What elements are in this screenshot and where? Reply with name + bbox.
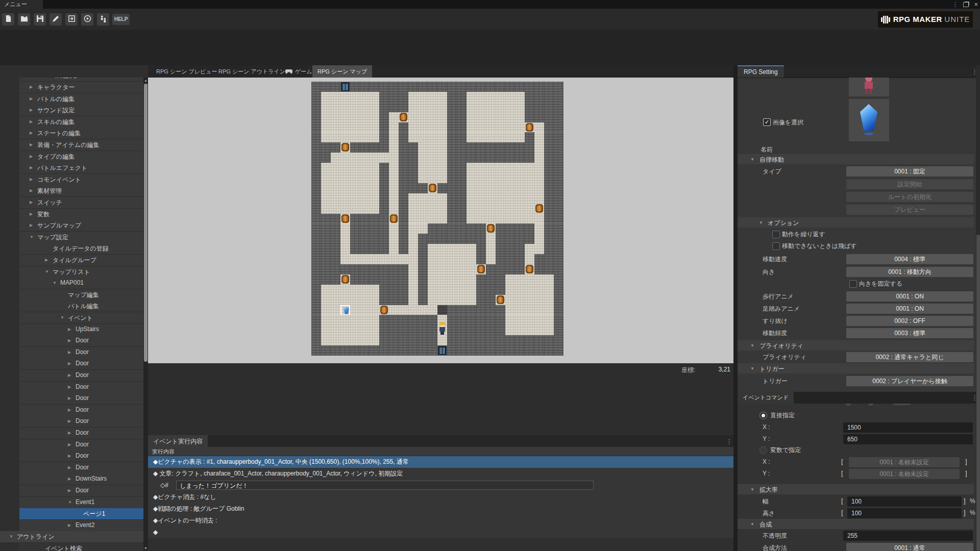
door-event[interactable]	[438, 346, 447, 355]
map-viewport[interactable]	[148, 78, 733, 363]
barrel-object[interactable]	[341, 214, 349, 223]
collapse-arrow-icon[interactable]: ▼	[45, 269, 49, 274]
tab-rpg-setting[interactable]: RPG Setting	[738, 65, 784, 78]
tree-item-コモンイベント[interactable]: ▶コモンイベント	[19, 174, 143, 186]
expand-arrow-icon[interactable]: ▶	[30, 200, 33, 205]
section-オプション[interactable]: ▼オプション	[738, 217, 974, 228]
expand-arrow-icon[interactable]: ▶	[68, 419, 71, 423]
expand-arrow-icon[interactable]: ▶	[68, 523, 71, 528]
collapse-arrow-icon[interactable]: ▼	[53, 281, 57, 285]
dropdown-プライオリティ[interactable]: 0002 : 通常キャラと同じ	[846, 352, 973, 362]
expand-arrow-icon[interactable]: ▶	[30, 223, 33, 228]
tree-item-環境設定[interactable]: 環境設定	[19, 78, 143, 82]
collapse-arrow-icon[interactable]: ▼	[750, 522, 754, 527]
tree-item-タイルデータの登録[interactable]: タイルデータの登録	[19, 243, 143, 255]
tree-item-イベント[interactable]: ▼イベント	[19, 312, 143, 324]
tree-item-変数[interactable]: ▶変数	[19, 209, 143, 220]
expand-arrow-icon[interactable]: ▶	[68, 431, 71, 435]
tree-item-DownStairs[interactable]: ▶DownStairs	[19, 473, 143, 485]
expand-arrow-icon[interactable]: ▶	[68, 350, 71, 355]
section-合成[interactable]: ▼合成	[738, 519, 974, 529]
tab-game[interactable]: ゲーム	[280, 65, 317, 78]
crystal-event[interactable]	[344, 307, 349, 314]
tab-scene-map[interactable]: RPG シーン マップ	[312, 65, 372, 78]
expand-arrow-icon[interactable]: ▶	[68, 465, 71, 470]
expand-arrow-icon[interactable]: ▶	[30, 177, 33, 182]
tree-item-UpStairs[interactable]: ▶UpStairs	[19, 324, 143, 336]
expand-arrow-icon[interactable]: ▶	[68, 338, 71, 343]
dropdown-移動頻度[interactable]: 0003 : 標準	[846, 328, 973, 338]
menu-tab[interactable]: メニュー	[0, 0, 43, 9]
event-command-row[interactable]: ◇#しまった！ゴブリンだ！	[148, 480, 733, 492]
dropdown-タイプ[interactable]: 0001 : 固定	[846, 166, 973, 177]
tree-item-Door[interactable]: ▶Door	[19, 370, 143, 382]
select-image-checkbox[interactable]: ✓	[763, 118, 771, 126]
barrel-object[interactable]	[535, 204, 543, 213]
collapse-arrow-icon[interactable]: ▼	[750, 487, 754, 492]
tree-item-イベント検索[interactable]: イベント検索	[19, 543, 143, 551]
expand-arrow-icon[interactable]: ▶	[30, 108, 33, 112]
expand-arrow-icon[interactable]: ▶	[68, 442, 71, 447]
input-幅[interactable]: 100	[847, 496, 962, 507]
tree-item-Door[interactable]: ▶Door	[19, 485, 143, 497]
dropdown-向き[interactable]: 0001 : 移動方向	[846, 267, 973, 277]
expand-arrow-icon[interactable]: ▶	[30, 154, 33, 159]
tree-item-Door[interactable]: ▶Door	[19, 428, 143, 439]
message-text-box[interactable]: しまった！ゴブリンだ！	[176, 481, 594, 490]
tab-scene-outline[interactable]: RPG シーン アウトライン	[213, 65, 290, 78]
close-window-icon[interactable]: ×	[974, 1, 978, 8]
tree-item-タイプの編集[interactable]: ▶タイプの編集	[19, 151, 143, 163]
tree-item-Door[interactable]: ▶Door	[19, 393, 143, 405]
expand-arrow-icon[interactable]: ▶	[30, 142, 33, 147]
expand-arrow-icon[interactable]: ▶	[68, 488, 71, 493]
tree-item-タイルグループ[interactable]: ▶タイルグループ	[19, 255, 143, 266]
left-scrollbar[interactable]: ▲ ▼	[143, 78, 148, 551]
sidebar-root-item[interactable]: ▼アウトライン	[0, 531, 143, 543]
tree-item-サンプルマップ[interactable]: ▶サンプルマップ	[19, 220, 143, 232]
tree-item-Door[interactable]: ▶Door	[19, 462, 143, 474]
tree-item-Door[interactable]: ▶Door	[19, 347, 143, 359]
collapse-arrow-icon[interactable]: ▼	[750, 157, 754, 162]
toolbar-edit-pencil-button[interactable]	[50, 13, 62, 26]
scroll-up-icon[interactable]: ▲	[143, 79, 148, 82]
event-panel-menu-icon[interactable]: ⋮	[726, 438, 732, 445]
tree-item-マップ設定[interactable]: ▼マップ設定	[19, 232, 143, 243]
section-自律移動[interactable]: ▼自律移動	[738, 154, 974, 164]
input-Y[interactable]: 650	[843, 434, 973, 444]
tree-item-Door[interactable]: ▶Door	[19, 405, 143, 416]
section-拡大率[interactable]: ▼拡大率	[738, 484, 974, 494]
barrel-object[interactable]	[429, 184, 436, 192]
input-[interactable]: 255	[843, 531, 973, 541]
expand-arrow-icon[interactable]: ▶	[68, 454, 71, 458]
right-scrollbar-thumb[interactable]	[976, 235, 980, 551]
collapse-arrow-icon[interactable]: ▼	[750, 366, 754, 371]
expand-arrow-icon[interactable]: ▶	[30, 131, 33, 135]
tree-item-ページ1[interactable]: ページ1	[19, 508, 143, 520]
tree-item-MAP001[interactable]: ▼MAP001	[19, 278, 143, 289]
tree-item-Door[interactable]: ▶Door	[19, 382, 143, 393]
tab-event-execution[interactable]: イベント実行内容	[148, 435, 208, 447]
dropdown-トリガー[interactable]: 0002 : プレイヤーから接触	[846, 376, 973, 386]
toolbar-import-button[interactable]	[65, 13, 78, 26]
expand-arrow-icon[interactable]: ▶	[68, 373, 71, 378]
collapse-arrow-icon[interactable]: ▼	[68, 500, 72, 505]
collapse-arrow-icon[interactable]: ▼	[759, 220, 763, 225]
barrel-object[interactable]	[341, 143, 349, 152]
tree-item-スイッチ[interactable]: ▶スイッチ	[19, 197, 143, 209]
barrel-object[interactable]	[497, 295, 504, 304]
expand-arrow-icon[interactable]: ▶	[68, 361, 71, 366]
tree-item-Door[interactable]: ▶Door	[19, 358, 143, 370]
tree-item-Door[interactable]: ▶Door	[19, 439, 143, 451]
tree-item-Event2[interactable]: ▶Event2	[19, 520, 143, 532]
player-character[interactable]	[439, 322, 446, 335]
toolbar-save-button[interactable]	[34, 13, 46, 26]
tree-item-スキルの編集[interactable]: ▶スキルの編集	[19, 116, 143, 128]
expand-arrow-icon[interactable]: ▶	[68, 408, 71, 412]
expand-arrow-icon[interactable]: ▶	[30, 85, 33, 89]
tree-item-ステートの編集[interactable]: ▶ステートの編集	[19, 128, 143, 139]
dropdown-合成方法[interactable]: 0001 : 通常	[846, 543, 973, 551]
dropdown-足踏みアニメ[interactable]: 0001 : ON	[846, 304, 973, 314]
barrel-object[interactable]	[526, 265, 533, 273]
checkbox-向きを固定する[interactable]	[849, 280, 857, 288]
door-event[interactable]	[341, 82, 350, 91]
